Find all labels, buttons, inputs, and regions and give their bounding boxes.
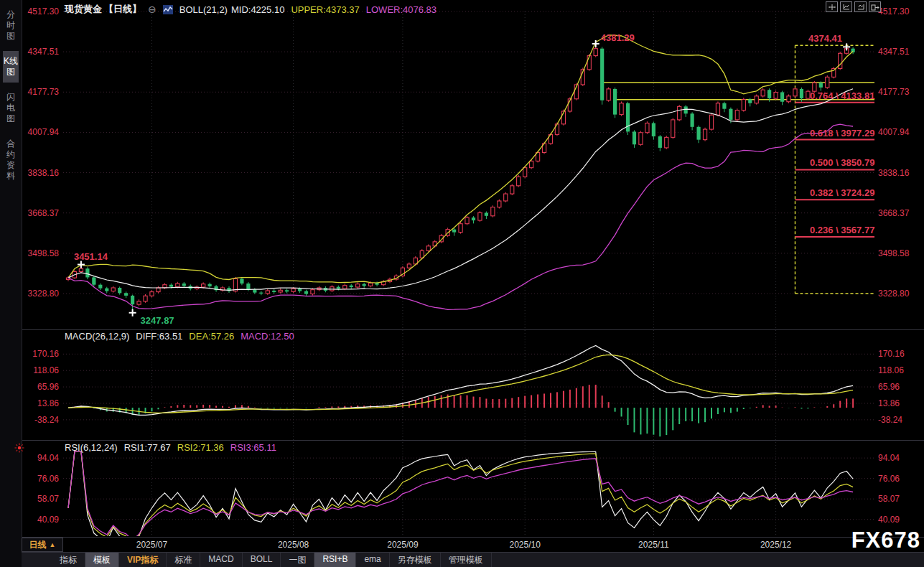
toolbar-item-VIP指标[interactable]: VIP指标: [119, 553, 167, 567]
xaxis-month-label: 2025/08: [278, 540, 309, 550]
price-axis-label: 3328.80: [19, 289, 59, 299]
price-axis-label: 4177.73: [19, 87, 59, 97]
macd-axis-label: 13.86: [878, 398, 900, 408]
rsi-axis-label: 58.07: [878, 494, 900, 504]
macd-macd-value: MACD:12.50: [241, 331, 294, 342]
price-axis-label: 3668.37: [19, 208, 59, 218]
collapse-icon[interactable]: ⊖: [148, 4, 157, 15]
macd-axis-label: 118.06: [878, 365, 904, 375]
rsi-params: RSI(6,12,24): [65, 442, 118, 453]
period-selector[interactable]: 日线 ▲: [22, 538, 63, 552]
toolbar-item-模板[interactable]: 模板: [85, 553, 119, 567]
xaxis-month-label: 2025/12: [760, 540, 791, 550]
rsi-axis-label: 76.06: [19, 474, 59, 484]
rsi-header: RSI(6,12,24) RSI1:77.67 RSI2:71.36 RSI3:…: [65, 442, 276, 453]
price-marker-label: 4381.29: [601, 32, 635, 43]
axis-scale-left-icon[interactable]: [840, 1, 852, 12]
price-marker-label: 3451.14: [74, 251, 108, 262]
macd-axis-label: 13.86: [19, 398, 59, 408]
price-axis-label: 4007.94: [19, 127, 59, 137]
price-axis-label: 4177.73: [878, 87, 909, 97]
bottom-toolbar: 指标模板VIP指标标准MACDBOLL一图RSI+Bema另存模板管理模板: [22, 552, 924, 567]
watermark: FX678: [851, 528, 920, 553]
rsi-axis-label: 94.04: [19, 453, 59, 463]
macd-axis-label: 65.96: [19, 382, 59, 392]
toolbar-item-标准[interactable]: 标准: [167, 553, 200, 567]
rsi-axis-label: 76.06: [878, 474, 900, 484]
toolbar-item-另存模板[interactable]: 另存模板: [390, 553, 441, 567]
price-axis-label: 4347.51: [19, 47, 59, 57]
rsi1-value: RSI1:77.67: [124, 442, 171, 453]
price-axis-label: 3668.37: [878, 208, 909, 218]
macd-dea-value: DEA:57.26: [189, 331, 234, 342]
chart-header: 现货黄金 【日线】 ⊖ BOLL(21,2) MID:4225.10 UPPER…: [65, 3, 437, 16]
price-axis-label: 3838.16: [878, 168, 909, 178]
xaxis-month-label: 2025/09: [387, 540, 418, 550]
macd-diff-value: DIFF:63.51: [136, 331, 182, 342]
macd-axis-label: 170.16: [19, 349, 59, 359]
indicator-chart-icon: [163, 5, 173, 14]
macd-axis-label: -38.24: [878, 415, 902, 425]
export-pane-icon[interactable]: [869, 1, 881, 12]
fib-top-label: 4374.41: [808, 33, 842, 44]
fib-level-label: 0.236 \ 3567.77: [810, 225, 874, 235]
xaxis-month-label: 2025/07: [136, 540, 167, 550]
rsi-axis-label: 40.09: [878, 515, 900, 525]
toolbar-item-BOLL[interactable]: BOLL: [243, 553, 281, 567]
macd-params: MACD(26,12,9): [65, 331, 129, 342]
toolbar-item-一图[interactable]: 一图: [281, 553, 314, 567]
boll-lower-value: LOWER:4076.83: [366, 4, 437, 15]
fib-level-label: 0.764 \ 4133.81: [810, 90, 874, 101]
fib-level-label: 0.500 \ 3850.79: [810, 157, 874, 168]
xaxis-divider: [22, 537, 924, 538]
boll-label: BOLL(21,2): [179, 4, 228, 15]
price-axis-label: 3498.58: [19, 248, 59, 258]
toolbar-item-管理模板[interactable]: 管理模板: [441, 553, 492, 567]
macd-axis-label: 170.16: [878, 349, 905, 359]
boll-upper-value: UPPER:4373.37: [291, 4, 359, 15]
price-axis-label: 3498.58: [878, 248, 909, 258]
boll-mid-value: MID:4225.10: [231, 4, 284, 15]
price-axis-label: 3838.16: [19, 168, 59, 178]
sidebar-tab-item[interactable]: 闪电图: [3, 87, 19, 129]
period-tag: 【日线】: [104, 3, 141, 16]
rsi2-value: RSI2:71.36: [177, 442, 224, 453]
toolbar-item-指标[interactable]: 指标: [52, 553, 85, 567]
xaxis-month-label: 2025/11: [638, 540, 669, 550]
macd-header: MACD(26,12,9) DIFF:63.51 DEA:57.26 MACD:…: [65, 331, 294, 342]
move-crosshair-icon[interactable]: [826, 1, 838, 12]
price-axis-label: 4347.51: [878, 47, 909, 57]
panel-divider: [22, 329, 924, 330]
panel-divider: [22, 440, 924, 441]
toolbar-item-ema[interactable]: ema: [356, 553, 389, 567]
sidebar-tab-item[interactable]: 合约资料: [3, 133, 19, 187]
price-axis-label: 4007.94: [878, 127, 909, 137]
toolbar-item-RSI+B[interactable]: RSI+B: [314, 553, 356, 567]
app-window: 分时图K线图闪电图合约资料 现货黄金 【日线】 ⊖ BOLL(21,2) MID…: [0, 0, 924, 567]
price-axis-label: 4517.30: [878, 6, 909, 17]
sidebar-tab-item[interactable]: 分时图: [3, 4, 19, 47]
rsi-axis-label: 40.09: [19, 515, 59, 525]
alert-sun-icon[interactable]: [14, 443, 24, 456]
sidebar: 分时图K线图闪电图合约资料: [0, 0, 22, 567]
period-label: 日线: [29, 539, 47, 551]
price-marker-label: 3247.87: [141, 315, 174, 326]
toolbar-item-MACD[interactable]: MACD: [200, 553, 242, 567]
axis-scale-right-icon[interactable]: [854, 1, 867, 12]
rsi3-value: RSI3:65.11: [230, 442, 276, 453]
price-axis-label: 4517.30: [19, 6, 59, 17]
chart-canvas[interactable]: [0, 0, 924, 567]
price-axis-label: 3328.80: [878, 289, 909, 299]
fib-level-label: 0.618 \ 3977.29: [810, 128, 874, 139]
pane-icon-group: [826, 1, 881, 12]
rsi-axis-label: 58.07: [19, 494, 59, 504]
sidebar-tab-active[interactable]: K线图: [3, 51, 19, 83]
macd-axis-label: 65.96: [878, 382, 900, 392]
rsi-axis-label: 94.04: [878, 453, 900, 463]
period-arrow-icon: ▲: [50, 541, 56, 548]
macd-axis-label: 118.06: [19, 365, 59, 375]
macd-axis-label: -38.24: [19, 415, 59, 425]
xaxis-month-label: 2025/10: [509, 540, 540, 550]
fib-level-label: 0.382 \ 3724.29: [810, 187, 874, 198]
instrument-title: 现货黄金: [65, 3, 102, 16]
